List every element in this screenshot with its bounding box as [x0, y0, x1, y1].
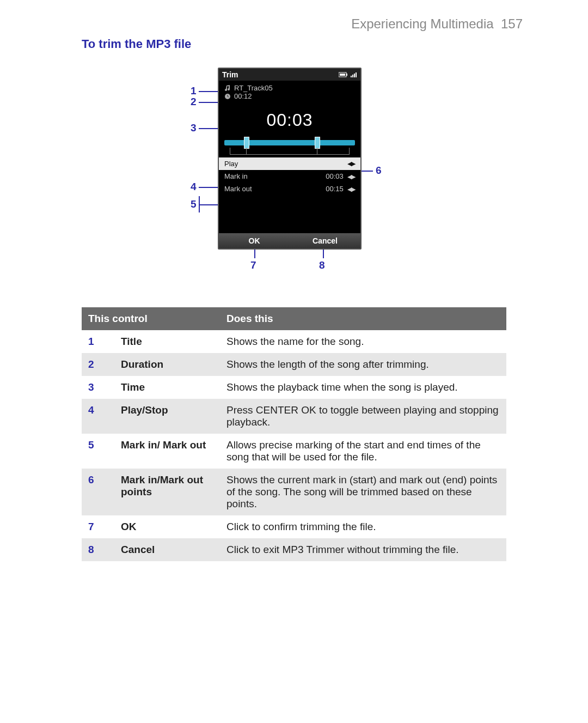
signal-icon: [351, 72, 357, 77]
leader-5: [199, 204, 220, 205]
table-row: 7 OK Click to confirm trimming the file.: [82, 515, 506, 538]
table-row: 5 Mark in/ Mark out Allows precise marki…: [82, 434, 506, 469]
left-right-arrows-icon: ◀▶: [347, 173, 355, 180]
callout-3: 3: [191, 122, 197, 134]
row-name: Play/Stop: [114, 399, 220, 434]
row-name: Mark in/Mark out points: [114, 469, 220, 515]
mark-in-value: 00:03: [326, 172, 344, 180]
slider-tick: [246, 148, 247, 154]
row-number: 2: [82, 353, 114, 376]
mark-out-row[interactable]: Mark out 00:15 ◀▶: [219, 183, 360, 195]
table-row: 2 Duration Shows the length of the song …: [82, 353, 506, 376]
mark-in-handle[interactable]: [244, 137, 249, 149]
cancel-button[interactable]: Cancel: [290, 233, 360, 248]
page-header: Experiencing Multimedia 157: [0, 0, 588, 32]
row-desc: Allows precise marking of the start and …: [220, 434, 506, 469]
row-number: 3: [82, 376, 114, 399]
mark-in-row[interactable]: Mark in 00:03 ◀▶: [219, 170, 360, 183]
row-number: 5: [82, 434, 114, 469]
battery-icon: [339, 72, 348, 77]
row-name: Mark in/ Mark out: [114, 434, 220, 469]
page-number: 157: [501, 16, 523, 31]
row-number: 8: [82, 538, 114, 561]
callout-8: 8: [319, 259, 325, 271]
track-row: RT_Track05: [219, 81, 360, 92]
row-desc: Press CENTER OK to toggle between playin…: [220, 399, 506, 434]
row-name: OK: [114, 515, 220, 538]
duration-value: 00:12: [234, 92, 252, 100]
row-number: 1: [82, 330, 114, 353]
controls-table: This control Does this 1 Title Shows the…: [82, 307, 506, 561]
playback-time: 00:03: [219, 102, 360, 136]
mark-out-value-group: 00:15 ◀▶: [326, 185, 355, 193]
row-number: 6: [82, 469, 114, 515]
table-row: 3 Time Shows the playback time when the …: [82, 376, 506, 399]
callout-5: 5: [191, 198, 197, 210]
phone-screen: Trim RT_Track05 00:12 00:03 Play ◀▶: [218, 68, 362, 250]
chapter-title: Experiencing Multimedia: [351, 16, 493, 31]
table-row: 1 Title Shows the name for the song.: [82, 330, 506, 353]
callout-6: 6: [376, 165, 382, 177]
softkey-bar: OK Cancel: [219, 233, 360, 248]
mark-out-label: Mark out: [224, 185, 252, 193]
svg-rect-2: [340, 74, 345, 76]
svg-rect-4: [352, 75, 353, 77]
play-row[interactable]: Play ◀▶: [219, 157, 360, 170]
callout-4: 4: [191, 181, 197, 193]
svg-rect-3: [351, 76, 352, 77]
row-desc: Shows the current mark in (start) and ma…: [220, 469, 506, 515]
row-name: Cancel: [114, 538, 220, 561]
status-icons: [339, 72, 357, 77]
table-row: 8 Cancel Click to exit MP3 Trimmer witho…: [82, 538, 506, 561]
slider-ruler: [230, 148, 350, 155]
row-desc: Click to exit MP3 Trimmer without trimmi…: [220, 538, 506, 561]
left-right-arrows-icon: ◀▶: [347, 186, 355, 192]
svg-rect-1: [346, 74, 347, 76]
clock-icon: [224, 93, 231, 100]
row-desc: Shows the name for the song.: [220, 330, 506, 353]
mark-in-label: Mark in: [224, 172, 248, 180]
leader-4: [199, 187, 220, 188]
left-right-arrows-icon: ◀▶: [347, 160, 355, 167]
row-desc: Click to confirm trimming the file.: [220, 515, 506, 538]
svg-rect-6: [356, 72, 357, 77]
screen-title: Trim: [222, 70, 238, 79]
callout-1: 1: [191, 85, 197, 97]
slider-tick: [317, 148, 317, 154]
mark-in-value-group: 00:03 ◀▶: [326, 172, 355, 180]
row-number: 4: [82, 399, 114, 434]
track-name: RT_Track05: [234, 84, 273, 92]
table-row: 4 Play/Stop Press CENTER OK to toggle be…: [82, 399, 506, 434]
row-desc: Shows the playback time when the song is…: [220, 376, 506, 399]
ok-button[interactable]: OK: [219, 233, 290, 248]
table-head-control: This control: [82, 307, 220, 330]
play-label: Play: [224, 160, 238, 168]
row-desc: Shows the length of the song after trimm…: [220, 353, 506, 376]
section-title: To trim the MP3 file: [0, 32, 588, 51]
music-note-icon: [224, 85, 231, 92]
callout-7: 7: [250, 259, 256, 271]
row-name: Title: [114, 330, 220, 353]
row-name: Duration: [114, 353, 220, 376]
leader-5-bracket: [199, 196, 200, 212]
mark-out-handle[interactable]: [315, 137, 320, 149]
row-number: 7: [82, 515, 114, 538]
table-head-does: Does this: [220, 307, 506, 330]
trim-slider[interactable]: [224, 136, 355, 157]
table-row: 6 Mark in/Mark out points Shows the curr…: [82, 469, 506, 515]
row-name: Time: [114, 376, 220, 399]
callout-2: 2: [191, 96, 197, 108]
duration-row: 00:12: [219, 92, 360, 102]
svg-rect-5: [354, 74, 355, 77]
mark-out-value: 00:15: [326, 185, 344, 193]
figure: 1 2 3 4 5 6 7 8 Trim RT_Track05: [103, 68, 485, 296]
status-bar: Trim: [219, 69, 360, 81]
